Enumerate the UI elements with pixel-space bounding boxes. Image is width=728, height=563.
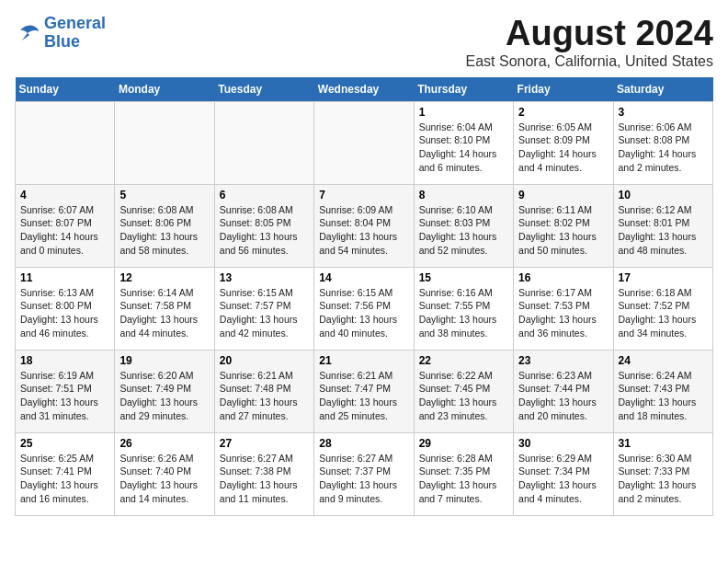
day-info: Sunrise: 6:21 AMSunset: 7:47 PMDaylight:… (319, 369, 408, 423)
day-number: 2 (518, 106, 608, 119)
day-info: Sunrise: 6:11 AMSunset: 8:02 PMDaylight:… (518, 203, 608, 258)
day-info: Sunrise: 6:27 AMSunset: 7:37 PMDaylight:… (319, 452, 408, 506)
day-number: 10 (619, 189, 708, 201)
day-number: 4 (20, 189, 109, 201)
day-number: 7 (319, 189, 408, 201)
day-info: Sunrise: 6:20 AMSunset: 7:49 PMDaylight:… (119, 369, 209, 423)
calendar-cell: 27Sunrise: 6:27 AMSunset: 7:38 PMDayligh… (214, 432, 313, 515)
calendar-cell: 2Sunrise: 6:05 AMSunset: 8:09 PMDaylight… (514, 101, 613, 184)
logo-icon (15, 22, 40, 44)
calendar-cell (214, 101, 313, 184)
col-header-wednesday: Wednesday (314, 77, 414, 102)
day-info: Sunrise: 6:09 AMSunset: 8:04 PMDaylight:… (319, 203, 408, 258)
day-number: 16 (518, 271, 608, 284)
calendar-cell: 10Sunrise: 6:12 AMSunset: 8:01 PMDayligh… (613, 184, 712, 267)
day-info: Sunrise: 6:30 AMSunset: 7:33 PMDaylight:… (619, 452, 708, 506)
logo: General Blue (15, 15, 106, 52)
day-number: 20 (220, 354, 309, 367)
col-header-friday: Friday (514, 77, 613, 102)
calendar-cell: 26Sunrise: 6:26 AMSunset: 7:40 PMDayligh… (115, 432, 214, 515)
col-header-saturday: Saturday (613, 77, 712, 102)
calendar-cell: 23Sunrise: 6:23 AMSunset: 7:44 PMDayligh… (514, 350, 613, 432)
main-title: August 2024 (466, 15, 713, 53)
day-number: 30 (518, 437, 608, 450)
day-number: 6 (220, 189, 309, 201)
calendar-cell: 19Sunrise: 6:20 AMSunset: 7:49 PMDayligh… (115, 350, 214, 432)
day-number: 12 (119, 271, 209, 284)
day-number: 21 (319, 354, 408, 367)
day-number: 25 (20, 437, 109, 450)
day-info: Sunrise: 6:14 AMSunset: 7:58 PMDaylight:… (119, 286, 209, 340)
day-info: Sunrise: 6:13 AMSunset: 8:00 PMDaylight:… (20, 286, 109, 340)
day-number: 28 (319, 437, 408, 450)
col-header-sunday: Sunday (16, 77, 115, 102)
week-row-1: 1Sunrise: 6:04 AMSunset: 8:10 PMDaylight… (16, 101, 713, 184)
week-row-4: 18Sunrise: 6:19 AMSunset: 7:51 PMDayligh… (16, 350, 713, 432)
day-number: 9 (518, 189, 608, 201)
day-info: Sunrise: 6:04 AMSunset: 8:10 PMDaylight:… (419, 121, 508, 175)
day-info: Sunrise: 6:05 AMSunset: 8:09 PMDaylight:… (518, 121, 608, 175)
day-info: Sunrise: 6:15 AMSunset: 7:56 PMDaylight:… (319, 286, 408, 340)
calendar-cell (16, 101, 115, 184)
col-header-thursday: Thursday (414, 77, 513, 102)
page-header: General Blue August 2024 East Sonora, Ca… (15, 15, 713, 70)
calendar-cell: 25Sunrise: 6:25 AMSunset: 7:41 PMDayligh… (16, 432, 115, 515)
day-number: 24 (619, 354, 708, 367)
col-header-tuesday: Tuesday (214, 77, 313, 102)
logo-text: General Blue (44, 15, 106, 52)
calendar-cell: 14Sunrise: 6:15 AMSunset: 7:56 PMDayligh… (314, 267, 414, 350)
week-row-3: 11Sunrise: 6:13 AMSunset: 8:00 PMDayligh… (16, 267, 713, 350)
calendar-cell: 7Sunrise: 6:09 AMSunset: 8:04 PMDaylight… (314, 184, 414, 267)
calendar-cell: 13Sunrise: 6:15 AMSunset: 7:57 PMDayligh… (214, 267, 313, 350)
day-info: Sunrise: 6:12 AMSunset: 8:01 PMDaylight:… (619, 203, 708, 258)
day-info: Sunrise: 6:25 AMSunset: 7:41 PMDaylight:… (20, 452, 109, 506)
calendar-cell: 1Sunrise: 6:04 AMSunset: 8:10 PMDaylight… (414, 101, 513, 184)
day-info: Sunrise: 6:26 AMSunset: 7:40 PMDaylight:… (119, 452, 209, 506)
calendar-cell: 9Sunrise: 6:11 AMSunset: 8:02 PMDaylight… (514, 184, 613, 267)
day-info: Sunrise: 6:08 AMSunset: 8:05 PMDaylight:… (220, 203, 309, 258)
col-header-monday: Monday (115, 77, 214, 102)
calendar-cell: 22Sunrise: 6:22 AMSunset: 7:45 PMDayligh… (414, 350, 513, 432)
calendar-cell: 11Sunrise: 6:13 AMSunset: 8:00 PMDayligh… (16, 267, 115, 350)
day-info: Sunrise: 6:22 AMSunset: 7:45 PMDaylight:… (419, 369, 508, 423)
week-row-5: 25Sunrise: 6:25 AMSunset: 7:41 PMDayligh… (16, 432, 713, 515)
calendar-cell: 6Sunrise: 6:08 AMSunset: 8:05 PMDaylight… (214, 184, 313, 267)
day-info: Sunrise: 6:08 AMSunset: 8:06 PMDaylight:… (119, 203, 209, 258)
day-info: Sunrise: 6:28 AMSunset: 7:35 PMDaylight:… (419, 452, 508, 506)
day-number: 22 (419, 354, 508, 367)
day-info: Sunrise: 6:27 AMSunset: 7:38 PMDaylight:… (220, 452, 309, 506)
calendar-table: SundayMondayTuesdayWednesdayThursdayFrid… (15, 77, 713, 516)
day-number: 27 (220, 437, 309, 450)
calendar-cell: 3Sunrise: 6:06 AMSunset: 8:08 PMDaylight… (613, 101, 712, 184)
calendar-cell: 12Sunrise: 6:14 AMSunset: 7:58 PMDayligh… (115, 267, 214, 350)
title-section: August 2024 East Sonora, California, Uni… (466, 15, 713, 70)
calendar-cell: 30Sunrise: 6:29 AMSunset: 7:34 PMDayligh… (514, 432, 613, 515)
day-number: 13 (220, 271, 309, 284)
header-row: SundayMondayTuesdayWednesdayThursdayFrid… (16, 77, 713, 102)
day-info: Sunrise: 6:23 AMSunset: 7:44 PMDaylight:… (518, 369, 608, 423)
day-number: 18 (20, 354, 109, 367)
day-number: 14 (319, 271, 408, 284)
day-info: Sunrise: 6:07 AMSunset: 8:07 PMDaylight:… (20, 203, 109, 258)
day-info: Sunrise: 6:19 AMSunset: 7:51 PMDaylight:… (20, 369, 109, 423)
day-number: 5 (119, 189, 209, 201)
day-info: Sunrise: 6:10 AMSunset: 8:03 PMDaylight:… (419, 203, 508, 258)
week-row-2: 4Sunrise: 6:07 AMSunset: 8:07 PMDaylight… (16, 184, 713, 267)
calendar-cell: 20Sunrise: 6:21 AMSunset: 7:48 PMDayligh… (214, 350, 313, 432)
day-number: 15 (419, 271, 508, 284)
calendar-cell (115, 101, 214, 184)
calendar-cell: 16Sunrise: 6:17 AMSunset: 7:53 PMDayligh… (514, 267, 613, 350)
day-info: Sunrise: 6:06 AMSunset: 8:08 PMDaylight:… (619, 121, 708, 175)
day-number: 26 (119, 437, 209, 450)
subtitle: East Sonora, California, United States (466, 53, 713, 70)
day-number: 19 (119, 354, 209, 367)
day-number: 17 (619, 271, 708, 284)
calendar-cell: 29Sunrise: 6:28 AMSunset: 7:35 PMDayligh… (414, 432, 513, 515)
day-info: Sunrise: 6:29 AMSunset: 7:34 PMDaylight:… (518, 452, 608, 506)
day-info: Sunrise: 6:21 AMSunset: 7:48 PMDaylight:… (220, 369, 309, 423)
calendar-cell: 28Sunrise: 6:27 AMSunset: 7:37 PMDayligh… (314, 432, 414, 515)
calendar-cell: 24Sunrise: 6:24 AMSunset: 7:43 PMDayligh… (613, 350, 712, 432)
day-info: Sunrise: 6:15 AMSunset: 7:57 PMDaylight:… (220, 286, 309, 340)
day-number: 3 (619, 106, 708, 119)
calendar-cell: 15Sunrise: 6:16 AMSunset: 7:55 PMDayligh… (414, 267, 513, 350)
